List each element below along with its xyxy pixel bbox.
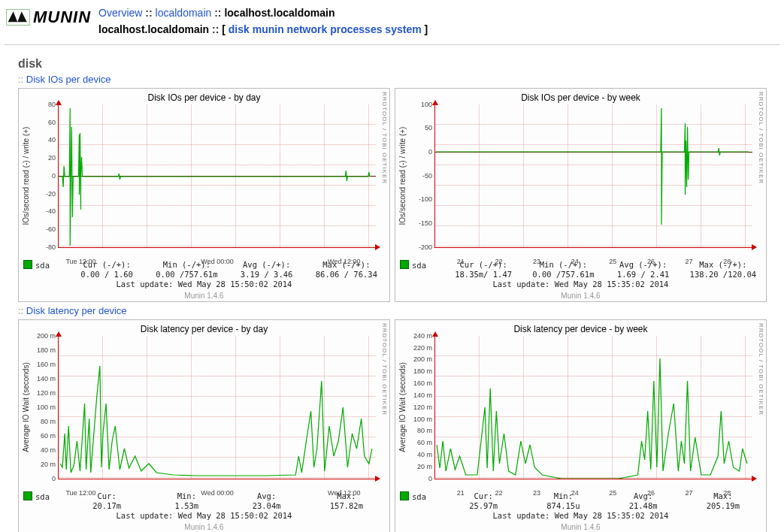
bc-cat-munin[interactable]: munin	[253, 23, 284, 35]
plot-area: IOs/second read (-) / write (+)806040200…	[58, 104, 376, 248]
legend-swatch	[23, 491, 32, 500]
chart-row: RRDTOOL / TOBI OETIKERDisk IOs per devic…	[18, 88, 773, 302]
chart-row: RRDTOOL / TOBI OETIKERDisk latency per d…	[18, 319, 773, 532]
last-update: Last update: Wed May 28 15:50:02 2014	[23, 280, 385, 289]
legend: sdaCur:Min:Avg:Max:25.97m874.15u21.48m20…	[400, 491, 761, 520]
munin-logo: MUNIN	[6, 5, 91, 27]
chart-container[interactable]: RRDTOOL / TOBI OETIKERDisk IOs per devic…	[18, 88, 390, 302]
plot-area: Average IO Wait (seconds)200 m180 m160 m…	[58, 336, 376, 479]
chart-title: Disk latency per device - by day	[23, 324, 385, 334]
group-label[interactable]: Disk latency per device	[18, 305, 773, 316]
chart-container[interactable]: RRDTOOL / TOBI OETIKERDisk latency per d…	[395, 319, 767, 532]
legend-swatch	[400, 260, 409, 269]
category-title: disk	[18, 57, 773, 71]
rrdtool-tag: RRDTOOL / TOBI OETIKER	[758, 323, 764, 416]
legend-swatch	[400, 491, 409, 500]
bc-overview[interactable]: Overview	[98, 7, 142, 19]
y-ticks: 200 m180 m160 m140 m120 m100 m80 m60 m40…	[36, 336, 57, 479]
munin-version: Munin 1.4.6	[400, 523, 761, 531]
last-update: Last update: Wed May 28 15:50:02 2014	[23, 511, 385, 520]
content: disk Disk IOs per deviceRRDTOOL / TOBI O…	[0, 45, 784, 532]
chart-trace	[435, 104, 752, 247]
rrdtool-tag: RRDTOOL / TOBI OETIKER	[381, 323, 388, 416]
groups: Disk IOs per deviceRRDTOOL / TOBI OETIKE…	[18, 74, 773, 532]
munin-version: Munin 1.4.6	[23, 523, 385, 531]
last-update: Last update: Wed May 28 15:35:02 2014	[400, 511, 761, 520]
bc-host2: localhost.localdomain	[98, 23, 209, 35]
logo-text: MUNIN	[33, 8, 91, 27]
header: MUNIN Overview :: localdomain :: localho…	[5, 3, 779, 45]
bc-host: localhost.localdomain	[224, 7, 334, 19]
chart-container[interactable]: RRDTOOL / TOBI OETIKERDisk latency per d…	[18, 319, 390, 532]
legend: sdaCur (-/+):Min (-/+):Avg (-/+):Max (-/…	[400, 260, 761, 289]
y-ticks: 100500-50-100-150-200	[413, 104, 434, 247]
y-ticks: 806040200-20-40-60-80	[36, 104, 57, 247]
svg-rect-0	[7, 9, 30, 25]
bc-cat-system[interactable]: system	[385, 23, 421, 35]
y-ticks: 240 m220 m200 m180 m160 m140 m120 m100 m…	[413, 336, 434, 479]
chart-container[interactable]: RRDTOOL / TOBI OETIKERDisk IOs per devic…	[395, 88, 767, 302]
bc-domain[interactable]: localdomain	[156, 7, 212, 19]
munin-version: Munin 1.4.6	[23, 292, 385, 300]
plot-area: Average IO Wait (seconds)240 m220 m200 m…	[434, 336, 752, 479]
chart-trace	[435, 336, 752, 479]
chart-trace	[59, 336, 376, 479]
breadcrumb: Overview :: localdomain :: localhost.loc…	[98, 5, 428, 38]
rrdtool-tag: RRDTOOL / TOBI OETIKER	[758, 92, 764, 184]
chart-title: Disk latency per device - by week	[400, 324, 761, 334]
munin-logo-icon	[6, 9, 30, 26]
legend-swatch	[23, 260, 32, 269]
group-label[interactable]: Disk IOs per device	[18, 74, 773, 85]
chart-title: Disk IOs per device - by day	[23, 92, 385, 103]
chart-title: Disk IOs per device - by week	[400, 92, 761, 103]
last-update: Last update: Wed May 28 15:35:02 2014	[400, 280, 761, 289]
rrdtool-tag: RRDTOOL / TOBI OETIKER	[381, 92, 388, 184]
plot-area: IOs/second read (-) / write (+)100500-50…	[434, 104, 752, 248]
munin-version: Munin 1.4.6	[400, 292, 761, 300]
bc-cat-processes[interactable]: processes	[330, 23, 382, 35]
chart-trace	[59, 104, 376, 247]
bc-cats: disk munin network processes system	[229, 23, 422, 35]
bc-cat-network[interactable]: network	[287, 23, 328, 35]
bc-cat-disk[interactable]: disk	[229, 23, 250, 35]
